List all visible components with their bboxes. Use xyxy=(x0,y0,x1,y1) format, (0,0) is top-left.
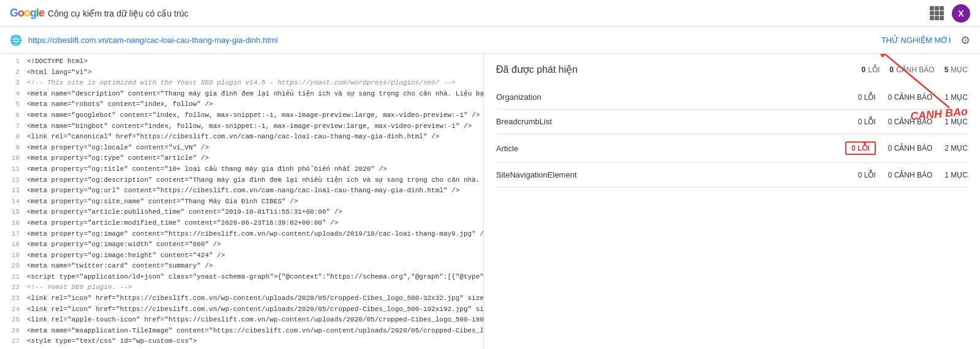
code-line: 12 <meta property="og:description" conte… xyxy=(0,175,483,186)
code-line: 25<link rel="apple-touch-icon" href="htt… xyxy=(0,315,483,326)
line-number: 10 xyxy=(5,153,20,164)
google-logo-text: Google xyxy=(10,7,44,20)
stat-muc: 1 MỤC xyxy=(944,118,968,126)
line-content: <!-- Yoast SEO plugin. --> xyxy=(27,282,132,293)
code-line: 4 <meta name="description" content="Than… xyxy=(0,89,483,100)
code-line: 16 <meta property="article:modified_time… xyxy=(0,218,483,229)
settings-gear-icon[interactable]: ⚙ xyxy=(960,34,970,47)
results-panel: Đã được phát hiện 0 LỖI 0 CẢNH BÁO 5 MỤC… xyxy=(484,54,980,349)
code-line: 13 <meta property="og:url" content="http… xyxy=(0,186,483,197)
apps-icon[interactable] xyxy=(930,6,944,21)
line-number: 24 xyxy=(5,304,20,315)
code-line: 11 <meta property="og:title" content="10… xyxy=(0,164,483,175)
summary-muc: 5 MỤC xyxy=(944,66,968,74)
line-content: <meta property="og:image:width" content=… xyxy=(27,239,221,250)
line-number: 13 xyxy=(5,186,20,197)
line-number: 9 xyxy=(5,143,20,154)
result-row-name: Article xyxy=(496,144,845,153)
line-content: <!-- This site is optimized with the Yoa… xyxy=(27,78,456,89)
result-row[interactable]: SiteNavigationElement0 LỖI0 CẢNH BÁO1 MỤ… xyxy=(496,163,968,187)
line-content: <meta property="og:locale" content="vi_V… xyxy=(27,143,209,154)
stat-loi: 0 LỖI xyxy=(858,93,876,102)
result-row[interactable]: BreadcrumbList0 LỖI0 CẢNH BÁO1 MỤC xyxy=(496,110,968,134)
code-line: 14 <meta property="og:site_name" content… xyxy=(0,197,483,208)
thu-nghiem-moi-button[interactable]: THỬ NGHIỆM MỚI xyxy=(881,36,951,45)
results-title: Đã được phát hiện xyxy=(496,64,578,75)
stat-canh-bao: 0 CẢNH BÁO xyxy=(888,118,933,126)
result-row-name: BreadcrumbList xyxy=(496,117,858,126)
line-content: <meta property="og:image" content="https… xyxy=(27,229,484,240)
code-panel: 1<!DOCTYPE html>2<html lang="vi">3 <!-- … xyxy=(0,54,484,349)
code-lines: 1<!DOCTYPE html>2<html lang="vi">3 <!-- … xyxy=(0,54,483,349)
line-content: <link rel="icon" href="https://cibeslift… xyxy=(27,293,484,304)
line-number: 26 xyxy=(5,326,20,337)
line-number: 17 xyxy=(5,229,20,240)
line-content: <meta property="og:description" content=… xyxy=(27,175,484,186)
results-summary: 0 LỖI 0 CẢNH BÁO 5 MỤC xyxy=(862,66,968,74)
line-content: <meta name="bingbot" content="index, fol… xyxy=(27,121,472,132)
result-row-stats: 0 LỖI0 CẢNH BÁO2 MỤC xyxy=(845,141,968,155)
line-content: <script type="application/ld+json" class… xyxy=(27,272,484,283)
stat-muc: 1 MỤC xyxy=(944,93,968,102)
line-content: <meta name="googlebot" content="index, f… xyxy=(27,110,480,121)
header: Google Công cụ kiểm tra dữ liệu có cấu t… xyxy=(0,0,980,27)
line-number: 1 xyxy=(5,56,20,67)
line-number: 23 xyxy=(5,293,20,304)
code-line: 19 <meta property="og:image:height" cont… xyxy=(0,250,483,261)
code-line: 26<meta name="msapplication-TileImage" c… xyxy=(0,326,483,337)
result-row[interactable]: Article0 LỖI0 CẢNH BÁO2 MỤC xyxy=(496,134,968,163)
code-line: 2<html lang="vi"> xyxy=(0,67,483,78)
stat-canh-bao: 0 CẢNH BÁO xyxy=(888,171,933,179)
code-line: 7 <meta name="bingbot" content="index, f… xyxy=(0,121,483,132)
result-row-stats: 0 LỖI0 CẢNH BÁO1 MỤC xyxy=(858,171,968,179)
url-input[interactable]: https://cibeslift.com.vn/cam-nang/cac-lo… xyxy=(28,36,875,45)
result-row-stats: 0 LỖI0 CẢNH BÁO1 MỤC xyxy=(858,118,968,126)
code-line: 9 <meta property="og:locale" content="vi… xyxy=(0,143,483,154)
summary-loi: 0 LỖI xyxy=(862,66,880,74)
result-row[interactable]: Organization0 LỖI0 CẢNH BÁO1 MỤC xyxy=(496,85,968,110)
line-number: 16 xyxy=(5,218,20,229)
line-content: <meta name="robots" content="index, foll… xyxy=(27,99,213,110)
line-number: 7 xyxy=(5,121,20,132)
summary-canh-bao: 0 CẢNH BÁO xyxy=(889,66,934,74)
line-number: 11 xyxy=(5,164,20,175)
line-number: 4 xyxy=(5,89,20,100)
stat-muc: 1 MỤC xyxy=(944,171,968,179)
line-number: 15 xyxy=(5,207,20,218)
main-content: 1<!DOCTYPE html>2<html lang="vi">3 <!-- … xyxy=(0,54,980,349)
line-content: <link rel="canonical" href="https://cibe… xyxy=(27,132,439,143)
code-line: 8 <link rel="canonical" href="https://ci… xyxy=(0,132,483,143)
line-number: 21 xyxy=(5,272,20,283)
stat-loi: 0 LỖI xyxy=(845,141,876,155)
code-line: 17 <meta property="og:image" content="ht… xyxy=(0,229,483,240)
result-row-name: Organization xyxy=(496,92,858,102)
result-rows: Organization0 LỖI0 CẢNH BÁO1 MỤCBreadcru… xyxy=(496,85,968,187)
line-number: 8 xyxy=(5,132,20,143)
header-logo: Google Công cụ kiểm tra dữ liệu có cấu t… xyxy=(10,7,188,20)
line-number: 19 xyxy=(5,250,20,261)
stat-canh-bao: 0 CẢNH BÁO xyxy=(888,144,933,152)
line-content: <link rel="apple-touch-icon" href="https… xyxy=(27,315,484,326)
line-number: 22 xyxy=(5,282,20,293)
line-content: <meta property="article:published_time" … xyxy=(27,207,342,218)
code-line: 22 <!-- Yoast SEO plugin. --> xyxy=(0,282,483,293)
user-avatar[interactable]: X xyxy=(952,4,970,23)
stat-canh-bao: 0 CẢNH BÁO xyxy=(888,93,933,102)
line-content: <meta property="og:title" content="10+ l… xyxy=(27,164,387,175)
line-number: 12 xyxy=(5,175,20,186)
stat-loi: 0 LỖI xyxy=(858,171,876,179)
result-row-stats: 0 LỖI0 CẢNH BÁO1 MỤC xyxy=(858,93,968,102)
code-line: 23<link rel="icon" href="https://cibesli… xyxy=(0,293,483,304)
line-content: <meta property="og:image:height" content… xyxy=(27,250,225,261)
code-line: 27 <style type="text/css" id="wp-custom-… xyxy=(0,336,483,347)
url-bar-right: THỬ NGHIỆM MỚI ⚙ xyxy=(881,34,970,47)
app-title: Công cụ kiểm tra dữ liệu có cấu trúc xyxy=(48,9,188,18)
line-content: <meta name="description" content="Thang … xyxy=(27,89,484,100)
code-line: 6 <meta name="googlebot" content="index,… xyxy=(0,110,483,121)
result-row-name: SiteNavigationElement xyxy=(496,170,858,179)
line-content: <meta name="twitter:card" content="summa… xyxy=(27,261,213,272)
line-number: 3 xyxy=(5,78,20,89)
code-line: 1<!DOCTYPE html> xyxy=(0,56,483,67)
code-line: 10 <meta property="og:type" content="art… xyxy=(0,153,483,164)
line-number: 27 xyxy=(5,336,20,347)
